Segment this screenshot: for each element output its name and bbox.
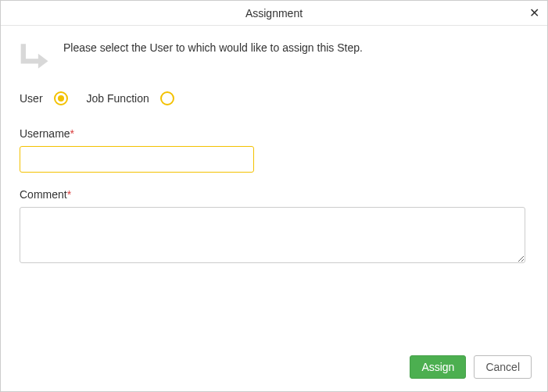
intro-text: Please select the User to which would li… (63, 41, 363, 54)
username-label-text: Username (20, 127, 70, 140)
cancel-button[interactable]: Cancel (474, 355, 532, 379)
radio-label-user: User (20, 92, 43, 105)
assign-button[interactable]: Assign (410, 355, 466, 379)
dialog-title: Assignment (245, 7, 303, 20)
comment-label-text: Comment (20, 188, 67, 201)
comment-field-group: Comment* (20, 188, 528, 265)
dialog-footer: Assign Cancel (1, 346, 547, 391)
intro-row: Please select the User to which would li… (20, 41, 528, 73)
required-mark: * (67, 188, 71, 201)
assignment-dialog: Assignment ✕ Please select the User to w… (0, 0, 548, 392)
comment-textarea[interactable] (20, 207, 525, 263)
comment-label: Comment* (20, 188, 528, 201)
dialog-header: Assignment ✕ (1, 1, 547, 26)
assign-arrow-icon (20, 41, 51, 73)
radio-label-job-function: Job Function (87, 92, 149, 105)
close-icon: ✕ (529, 6, 539, 20)
username-input[interactable] (20, 146, 254, 173)
assign-type-radio-group: User Job Function (20, 91, 528, 105)
username-field-group: Username* (20, 127, 528, 173)
radio-user[interactable] (54, 91, 68, 105)
username-label: Username* (20, 127, 528, 140)
radio-job-function[interactable] (160, 91, 174, 105)
dialog-body: Please select the User to which would li… (1, 26, 547, 346)
close-button[interactable]: ✕ (529, 7, 539, 20)
required-mark: * (70, 127, 74, 140)
